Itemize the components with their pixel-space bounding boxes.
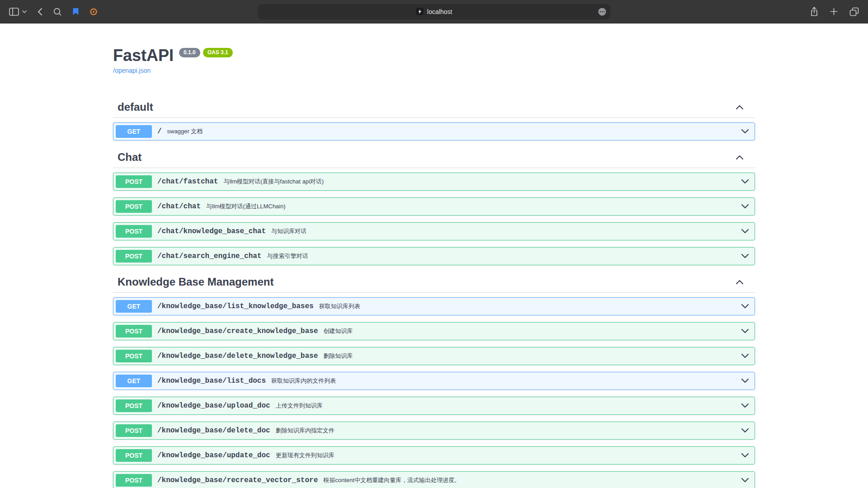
chevron-down-icon [741,179,749,184]
page-menu-button[interactable] [598,7,607,16]
method-badge: POST [116,350,152,362]
browser-toolbar: localhost [0,0,868,23]
operation-summary: 根据content中文档重建向量库，流式输出处理进度。 [323,476,460,484]
operation-path: /chat/knowledge_base_chat [157,227,266,235]
operation-summary: 获取知识库列表 [319,302,360,310]
section-header[interactable]: Chat [113,147,755,168]
operation-row[interactable]: POST /chat/chat 与llm模型对话(通过LLMChain) [113,197,755,216]
expand-button[interactable] [741,378,749,383]
operation-row[interactable]: POST /chat/knowledge_base_chat 与知识库对话 [113,222,755,240]
method-badge: POST [116,474,152,487]
operation-summary: 删除知识库内指定文件 [276,427,335,435]
section-header[interactable]: default [113,97,755,118]
method-badge: POST [116,399,152,412]
expand-button[interactable] [741,253,749,258]
chevron-down-icon [741,328,749,333]
tab-overview-icon [849,7,859,16]
operation-path: /knowledge_base/delete_doc [157,427,270,435]
operation-row[interactable]: POST /knowledge_base/upload_doc 上传文件到知识库 [113,397,755,415]
operation-path: /chat/chat [157,202,201,211]
bookmark-extension-icon [72,8,79,15]
chevron-down-icon [22,10,27,13]
expand-button[interactable] [741,179,749,184]
expand-button[interactable] [741,204,749,209]
expand-button[interactable] [741,353,749,358]
sidebar-menu-button[interactable] [22,10,27,13]
plus-icon [830,8,838,15]
chevron-down-icon [741,204,749,209]
target-extension-button[interactable] [90,8,97,15]
operation-row[interactable]: POST /chat/search_engine_chat 与搜索引擎对话 [113,247,755,265]
operation-path: /knowledge_base/list_knowledge_bases [157,302,314,310]
share-icon [810,7,818,16]
section-header[interactable]: Knowledge Base Management [113,272,755,293]
operation-row[interactable]: GET / swagger 文档 [113,122,755,141]
search-button[interactable] [53,8,61,16]
operation-row[interactable]: POST /knowledge_base/create_knowledge_ba… [113,322,755,340]
operation-summary: 与搜索引擎对话 [267,252,308,260]
operation-row[interactable]: POST /chat/fastchat 与llm模型对话(直接与fastchat… [113,173,755,191]
expand-button[interactable] [741,229,749,234]
chevron-down-icon [741,353,749,358]
openapi-link[interactable]: /openapi.json [113,67,151,74]
chevron-down-icon [741,129,749,134]
section-title: default [118,101,153,114]
collapse-button[interactable] [736,280,744,285]
collapse-button[interactable] [736,105,744,110]
sidebar-toggle-button[interactable] [9,8,19,16]
page-menu-icon [598,7,607,16]
chevron-up-icon [736,280,744,285]
operation-row[interactable]: POST /knowledge_base/recreate_vector_sto… [113,471,755,488]
chevron-down-icon [741,253,749,258]
target-extension-icon [90,8,97,15]
operation-summary: 与llm模型对话(通过LLMChain) [206,202,286,211]
api-section: Knowledge Base Management GET /knowledge… [113,272,755,488]
expand-button[interactable] [741,478,749,483]
search-icon [53,8,61,16]
method-badge: POST [116,175,152,188]
expand-button[interactable] [741,403,749,408]
section-title: Knowledge Base Management [118,276,274,289]
section-operations: GET /knowledge_base/list_knowledge_bases… [113,297,755,488]
chevron-down-icon [741,304,749,309]
back-icon [38,8,42,16]
expand-button[interactable] [741,428,749,433]
expand-button[interactable] [741,328,749,333]
swagger-page: FastAPI 0.1.0 OAS 3.1 /openapi.json defa… [0,23,868,488]
bookmark-extension-button[interactable] [72,8,79,15]
method-badge: POST [116,449,152,462]
version-badge: 0.1.0 [179,48,200,57]
address-bar[interactable]: localhost [258,4,610,19]
chevron-down-icon [741,403,749,408]
oas-badge: OAS 3.1 [203,48,233,57]
method-badge: GET [116,125,152,138]
back-button[interactable] [38,8,42,16]
method-badge: POST [116,325,152,338]
operation-summary: 创建知识库 [323,327,353,335]
operation-summary: 上传文件到知识库 [276,402,323,410]
operation-row[interactable]: POST /knowledge_base/delete_knowledge_ba… [113,347,755,365]
tab-overview-button[interactable] [849,7,859,16]
operation-row[interactable]: POST /knowledge_base/update_doc 更新现有文件到知… [113,446,755,465]
api-section: default GET / swagger 文档 [113,97,755,141]
method-badge: GET [116,300,152,313]
expand-button[interactable] [741,304,749,309]
chevron-down-icon [741,378,749,383]
section-title: Chat [118,151,142,164]
operation-row[interactable]: GET /knowledge_base/list_docs 获取知识库内的文件列… [113,372,755,390]
expand-button[interactable] [741,453,749,458]
new-tab-button[interactable] [830,8,838,15]
expand-button[interactable] [741,129,749,134]
operation-path: /knowledge_base/upload_doc [157,402,270,410]
api-section: Chat POST /chat/fastchat 与llm模型对话(直接与fas… [113,147,755,265]
chevron-up-icon [736,155,744,160]
method-badge: POST [116,200,152,213]
chevron-down-icon [741,453,749,458]
operation-row[interactable]: POST /knowledge_base/delete_doc 删除知识库内指定… [113,422,755,440]
section-operations: GET / swagger 文档 [113,122,755,141]
share-button[interactable] [810,7,818,16]
operation-row[interactable]: GET /knowledge_base/list_knowledge_bases… [113,297,755,315]
section-operations: POST /chat/fastchat 与llm模型对话(直接与fastchat… [113,173,755,265]
chevron-down-icon [741,428,749,433]
collapse-button[interactable] [736,155,744,160]
